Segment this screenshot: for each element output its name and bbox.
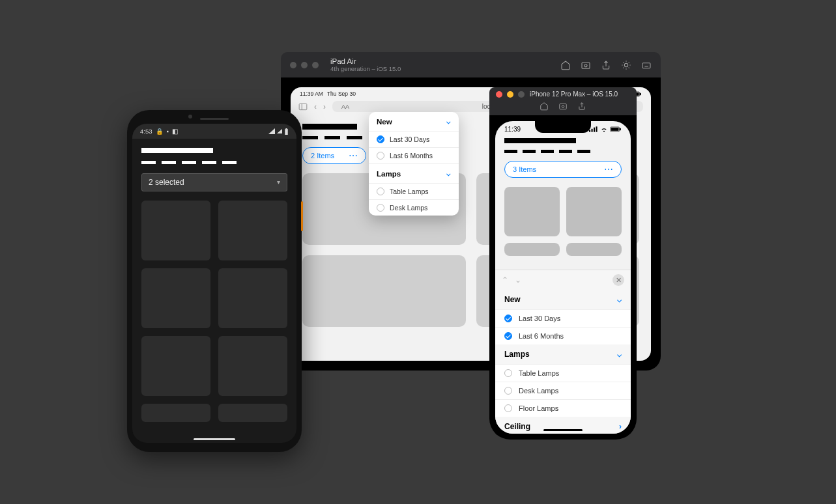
share-icon[interactable] bbox=[600, 59, 611, 70]
status-time: 11:39 bbox=[504, 126, 521, 133]
sheet-group-new[interactable]: New ⌵ bbox=[495, 290, 631, 309]
product-card[interactable] bbox=[566, 187, 622, 236]
home-indicator[interactable] bbox=[543, 429, 583, 432]
svg-rect-8 bbox=[560, 104, 567, 109]
filter-item-label: Last 30 Days bbox=[390, 135, 429, 143]
nav-bar[interactable] bbox=[194, 438, 235, 440]
sheet-item-label: Last 6 Months bbox=[519, 332, 564, 340]
speaker-icon bbox=[200, 118, 229, 120]
product-card[interactable] bbox=[218, 404, 287, 422]
maximize-icon[interactable] bbox=[312, 62, 319, 68]
back-icon[interactable]: ‹ bbox=[314, 102, 317, 111]
home-icon[interactable] bbox=[560, 59, 571, 70]
screenshot-icon[interactable] bbox=[558, 100, 569, 111]
iphone-simulator-window: iPhone 12 Pro Max – iOS 15.0 11:39 bbox=[489, 87, 637, 440]
sheet-item-last30[interactable]: Last 30 Days bbox=[495, 309, 631, 327]
filter-item-desk-lamps[interactable]: Desk Lamps bbox=[369, 199, 459, 216]
skeleton-title bbox=[141, 148, 213, 153]
sheet-item-last6months[interactable]: Last 6 Months bbox=[495, 327, 631, 344]
svg-rect-11 bbox=[592, 129, 593, 132]
sheet-item-label: Last 30 Days bbox=[519, 315, 560, 322]
product-card[interactable] bbox=[504, 187, 560, 236]
minimize-icon[interactable] bbox=[507, 91, 513, 98]
product-card[interactable] bbox=[141, 336, 210, 396]
sheet-item-table-lamps[interactable]: Table Lamps bbox=[495, 364, 631, 382]
filter-pill[interactable]: 2 Items ⋯ bbox=[302, 147, 366, 164]
close-icon[interactable] bbox=[290, 62, 296, 68]
filter-item-last6months[interactable]: Last 6 Months bbox=[369, 147, 459, 163]
filter-select[interactable]: 2 selected ▾ bbox=[141, 173, 287, 191]
sheet-group-lamps[interactable]: Lamps ⌵ bbox=[495, 344, 631, 364]
camera-icon bbox=[188, 115, 192, 119]
radio-icon bbox=[377, 188, 384, 195]
radio-icon bbox=[504, 404, 512, 412]
keyboard-icon[interactable] bbox=[641, 59, 652, 70]
sheet-item-floor-lamps[interactable]: Floor Lamps bbox=[495, 399, 631, 417]
sidebar-icon[interactable] bbox=[298, 103, 308, 111]
power-button-icon bbox=[301, 201, 303, 231]
text-size-icon[interactable]: AA bbox=[341, 104, 349, 110]
android-device: 4:53 🔒 ▪ ◧ 2 selected ▾ bbox=[127, 110, 302, 452]
home-icon[interactable] bbox=[539, 100, 550, 111]
screenshot-icon[interactable] bbox=[580, 59, 591, 70]
product-card[interactable] bbox=[218, 268, 287, 328]
sheet-group-lamps-title: Lamps bbox=[504, 350, 530, 359]
chevron-up-icon[interactable]: ⌃ bbox=[502, 275, 508, 285]
svg-rect-3 bbox=[642, 63, 650, 68]
product-card[interactable] bbox=[141, 268, 210, 328]
filter-pill[interactable]: 3 Items ⋯ bbox=[504, 161, 622, 178]
share-icon[interactable] bbox=[577, 100, 588, 111]
radio-checked-icon bbox=[504, 315, 512, 322]
product-card[interactable] bbox=[504, 243, 560, 256]
filter-item-table-lamps[interactable]: Table Lamps bbox=[369, 183, 459, 199]
svg-rect-7 bbox=[299, 104, 307, 109]
filter-pill-label: 3 Items bbox=[513, 165, 536, 173]
filter-group-lamps[interactable]: Lamps ⌵ bbox=[369, 163, 459, 183]
battery-icon bbox=[284, 128, 289, 135]
radio-icon bbox=[377, 204, 384, 212]
svg-rect-12 bbox=[594, 128, 595, 132]
svg-rect-5 bbox=[640, 93, 641, 95]
product-card[interactable] bbox=[302, 255, 466, 327]
filter-item-label: Last 6 Months bbox=[390, 152, 433, 160]
sheet-item-desk-lamps[interactable]: Desk Lamps bbox=[495, 382, 631, 399]
ipad-window-subtitle: 4th generation – iOS 15.0 bbox=[330, 65, 553, 72]
product-card[interactable] bbox=[218, 336, 287, 396]
maximize-icon[interactable] bbox=[518, 91, 525, 98]
more-icon: ⋯ bbox=[604, 165, 613, 174]
filter-pill-label: 2 Items bbox=[311, 152, 334, 160]
radio-icon bbox=[377, 152, 384, 160]
status-time: 4:53 bbox=[140, 128, 152, 135]
traffic-lights bbox=[290, 62, 319, 68]
dropdown-icon: ▾ bbox=[277, 178, 280, 186]
lock-icon: 🔒 bbox=[156, 128, 164, 135]
brightness-icon[interactable] bbox=[620, 59, 631, 70]
close-button[interactable]: ✕ bbox=[613, 274, 624, 286]
sheet-group-ceiling[interactable]: Ceiling › bbox=[495, 417, 631, 434]
signal-icon bbox=[268, 128, 275, 134]
close-icon[interactable] bbox=[496, 91, 502, 98]
ipad-window-chrome: iPad Air 4th generation – iOS 15.0 bbox=[281, 52, 661, 77]
svg-rect-17 bbox=[285, 129, 287, 135]
product-card[interactable] bbox=[141, 201, 210, 260]
wifi-icon bbox=[600, 126, 608, 132]
svg-rect-0 bbox=[582, 63, 590, 68]
filter-item-last30[interactable]: Last 30 Days bbox=[369, 131, 459, 147]
chevron-down-icon: ⌵ bbox=[446, 117, 451, 126]
product-card[interactable] bbox=[141, 404, 210, 422]
sheet-group-new-title: New bbox=[504, 295, 521, 304]
chevron-down-icon[interactable]: ⌄ bbox=[515, 275, 521, 285]
filter-group-new[interactable]: New ⌵ bbox=[369, 112, 459, 131]
filter-group-new-title: New bbox=[377, 118, 392, 126]
radio-checked-icon bbox=[504, 332, 512, 340]
minimize-icon[interactable] bbox=[301, 62, 308, 68]
product-card[interactable] bbox=[218, 201, 287, 260]
product-grid bbox=[504, 187, 622, 256]
svg-rect-16 bbox=[611, 128, 618, 130]
forward-icon[interactable]: › bbox=[323, 102, 326, 111]
signal-icon-2 bbox=[277, 128, 282, 134]
notification-icon: ◧ bbox=[172, 128, 178, 135]
product-card[interactable] bbox=[566, 243, 622, 256]
more-icon: ⋯ bbox=[349, 151, 358, 160]
ipad-window-title: iPad Air bbox=[330, 57, 553, 65]
